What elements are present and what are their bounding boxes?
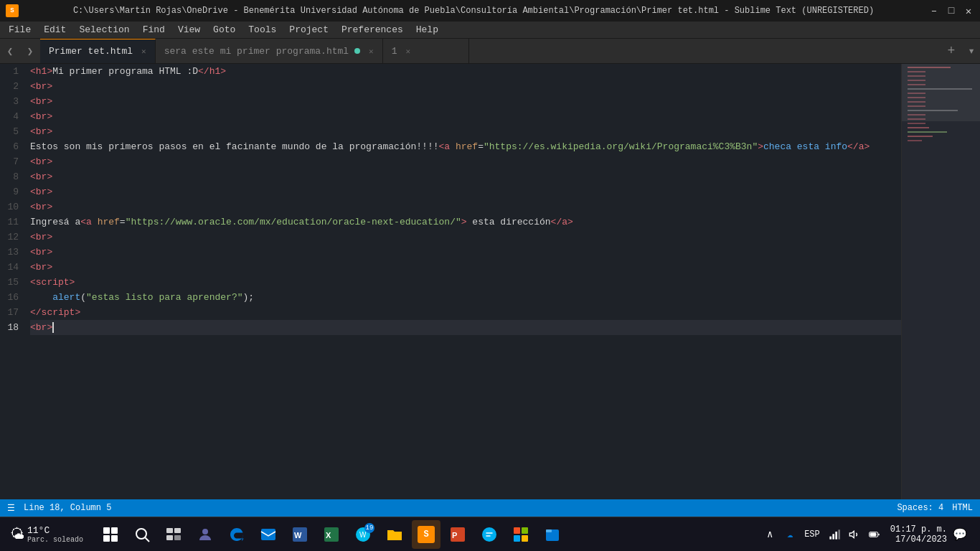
outlook-button[interactable] (254, 520, 283, 549)
minimap-viewport (902, 64, 980, 121)
language-status[interactable]: HTML (952, 503, 973, 513)
code-line-2[interactable]: <br> (30, 79, 901, 94)
code-line-8[interactable]: <br> (30, 169, 901, 184)
svg-rect-35 (514, 527, 520, 534)
line-num-8: 8 (6, 169, 19, 184)
code-line-1[interactable]: <h1>Mi primer programa HTML :D</h1> (30, 64, 901, 79)
network-icon[interactable] (826, 526, 843, 543)
code-line-18[interactable]: <br> (30, 320, 901, 335)
code-line-15[interactable]: <script> (30, 275, 901, 290)
new-tab-button[interactable]: + (943, 39, 960, 63)
tab-next-button[interactable]: ❯ (20, 39, 40, 63)
search-icon (133, 526, 151, 543)
menu-file[interactable]: File (3, 23, 37, 37)
menu-goto[interactable]: Goto (207, 23, 241, 37)
svg-rect-47 (870, 533, 876, 536)
notification-badge: 19 (364, 523, 374, 533)
weather-widget[interactable]: 🌤 11°C Parc. soleado (6, 525, 88, 544)
sublime-button[interactable]: S (412, 520, 440, 549)
battery-icon[interactable] (866, 526, 883, 543)
minimize-button[interactable]: – (928, 5, 940, 17)
tab-close-button[interactable]: ✕ (406, 47, 411, 56)
edge-button[interactable] (222, 520, 251, 549)
minimap-canvas (902, 64, 980, 499)
svg-point-34 (482, 527, 496, 542)
code-line-4[interactable]: <br> (30, 109, 901, 124)
code-line-3[interactable]: <br> (30, 94, 901, 109)
tab-1[interactable]: 1 ✕ (383, 39, 469, 63)
code-line-9[interactable]: <br> (30, 184, 901, 199)
svg-marker-45 (849, 531, 854, 537)
svg-rect-22 (166, 535, 173, 540)
code-line-5[interactable]: <br> (30, 124, 901, 139)
clock-date: 17/04/2023 (895, 534, 947, 545)
svg-rect-25 (261, 529, 275, 540)
line-num-6: 6 (6, 139, 19, 154)
tab-modified-dot (354, 48, 360, 54)
tab-close-button[interactable]: ✕ (369, 47, 374, 56)
code-line-13[interactable]: <br> (30, 245, 901, 260)
close-button[interactable]: ✕ (963, 5, 974, 17)
menu-edit[interactable]: Edit (38, 23, 72, 37)
games-icon (512, 526, 529, 543)
onedrive-icon[interactable]: ☁ (781, 526, 798, 543)
code-line-7[interactable]: <br> (30, 154, 901, 169)
games-button[interactable] (507, 520, 535, 549)
code-editor[interactable]: <h1>Mi primer programa HTML :D</h1> <br>… (27, 64, 901, 499)
outlook-icon (260, 526, 277, 543)
volume-icon[interactable] (846, 526, 863, 543)
powerpoint-button[interactable]: P (443, 520, 472, 549)
line-num-10: 10 (6, 199, 19, 215)
menu-preferences[interactable]: Preferences (336, 23, 409, 37)
tab-list-button[interactable]: ▾ (963, 39, 980, 63)
tray-overflow-button[interactable]: ∧ (761, 526, 778, 543)
tab-sera-este[interactable]: sera este mi primer programa.html ✕ (156, 39, 383, 63)
svg-rect-37 (514, 535, 520, 542)
minimap[interactable] (901, 64, 980, 499)
system-clock[interactable]: 01:17 p. m. 17/04/2023 (890, 524, 947, 545)
svg-rect-23 (174, 535, 181, 540)
code-line-11[interactable]: Ingresá a<a href="https://www.oracle.com… (30, 215, 901, 230)
svg-text:X: X (326, 531, 331, 540)
word-button[interactable]: W (286, 520, 314, 549)
tab-primer-tet[interactable]: Primer tet.html ✕ (40, 39, 156, 63)
task-view-button[interactable] (159, 520, 188, 549)
maximize-button[interactable]: □ (946, 5, 957, 17)
spaces-status[interactable]: Spaces: 4 (897, 503, 943, 513)
menu-selection[interactable]: Selection (73, 23, 135, 37)
folder-icon (386, 526, 403, 543)
excel-button[interactable]: X (317, 520, 346, 549)
search-taskbar-button[interactable] (128, 520, 156, 549)
svg-rect-20 (166, 528, 173, 533)
code-line-12[interactable]: <br> (30, 230, 901, 245)
excel-icon: X (323, 526, 340, 543)
menu-view[interactable]: View (172, 23, 206, 37)
line-num-7: 7 (6, 154, 19, 169)
code-line-10[interactable]: <br> (30, 199, 901, 215)
menu-help[interactable]: Help (410, 23, 444, 37)
svg-rect-42 (832, 534, 834, 539)
files-button[interactable] (538, 520, 567, 549)
messaging-icon (481, 526, 498, 543)
code-line-16[interactable]: alert("estas listo para aprender?"); (30, 290, 901, 305)
messaging-button[interactable] (475, 520, 504, 549)
teams-button[interactable] (191, 520, 220, 549)
notification-center-button[interactable]: 💬 (951, 526, 969, 543)
tab-prev-button[interactable]: ❮ (0, 39, 20, 63)
line-num-16: 16 (6, 290, 19, 305)
menu-tools[interactable]: Tools (242, 23, 282, 37)
line-column-status[interactable]: Line 18, Column 5 (24, 503, 111, 513)
start-button[interactable] (96, 520, 125, 549)
folder-button[interactable] (380, 520, 409, 549)
line-num-15: 15 (6, 275, 19, 290)
word-icon: W (291, 526, 308, 543)
code-line-6[interactable]: Estos son mis primeros pasos en el facin… (30, 139, 901, 154)
tab-close-button[interactable]: ✕ (141, 47, 146, 56)
keyboard-language[interactable]: ESP (801, 529, 823, 540)
menu-project[interactable]: Project (283, 23, 334, 37)
code-line-14[interactable]: <br> (30, 260, 901, 275)
line-num-4: 4 (6, 109, 19, 124)
webex-button[interactable]: W 19 (349, 520, 377, 549)
code-line-17[interactable]: </script> (30, 305, 901, 320)
menu-find[interactable]: Find (137, 23, 171, 37)
